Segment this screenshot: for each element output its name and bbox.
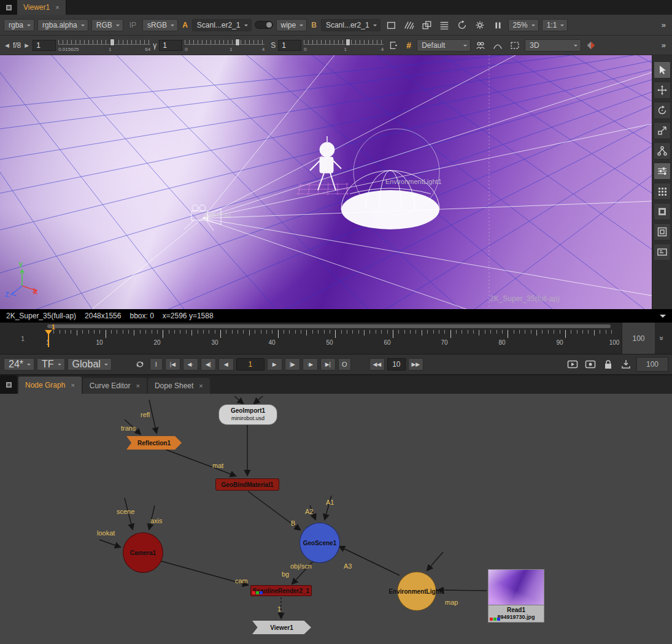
overlapping-squares-icon[interactable] [419, 18, 434, 32]
node-read1[interactable]: Read1 894919730.jpg [488, 569, 544, 623]
proxy-dropdown[interactable]: 1:1 [542, 19, 568, 31]
gamma-slider-handle[interactable] [235, 39, 240, 46]
gear-icon[interactable] [473, 18, 487, 32]
pause-icon[interactable] [490, 18, 505, 32]
scale-icon[interactable] [654, 122, 671, 139]
jump-forward-button[interactable]: ▶▶ [408, 358, 423, 370]
saturation-slider-track[interactable] [304, 40, 384, 45]
next-keyframe-button[interactable]: ·▶ [303, 358, 318, 370]
tf-dropdown[interactable]: TF [37, 358, 65, 370]
play-backward-button[interactable]: ◀ [218, 358, 234, 370]
marquee-icon[interactable] [508, 39, 522, 52]
tab-curve-editor[interactable]: Curve Editor × [83, 378, 147, 394]
lut-dropdown[interactable]: Default [417, 39, 471, 52]
node-viewer1[interactable]: Viewer1 [252, 621, 311, 634]
frame-increment-field[interactable]: 10 [387, 358, 406, 370]
toolbar-overflow-chevrons[interactable]: » [659, 20, 668, 29]
node-geobindmaterial1[interactable]: GeoBindMaterial1 [215, 478, 279, 491]
fstop-decrease-icon[interactable]: ◀ [4, 42, 10, 48]
view-mode-dropdown[interactable]: 3D [525, 39, 581, 52]
input-process-button[interactable]: IP [126, 19, 139, 31]
flipbook-play-icon[interactable] [565, 358, 580, 371]
tab-dope-sheet[interactable]: Dope Sheet × [148, 378, 210, 394]
range-end-field[interactable]: 100 [636, 357, 668, 372]
jump-back-button[interactable]: ◀◀ [369, 358, 385, 370]
loop-mode-icon[interactable] [133, 358, 147, 371]
close-icon[interactable]: × [55, 4, 59, 11]
square-outline-icon[interactable] [384, 18, 398, 32]
diagonal-stripes-icon[interactable] [401, 18, 416, 32]
axis-link-icon[interactable] [654, 142, 671, 159]
close-icon[interactable]: × [136, 382, 140, 389]
gain-slider-handle[interactable] [110, 39, 115, 46]
gain-slider[interactable]: 0.015625 1 64 [58, 37, 150, 54]
node-camera1[interactable]: Camera1 [123, 532, 163, 573]
ab-blend-slider[interactable] [255, 21, 273, 29]
frame-square-icon[interactable] [654, 223, 671, 240]
fps-dropdown[interactable]: 24* [4, 358, 34, 370]
alpha-channel-dropdown[interactable]: rgba.alpha [37, 19, 88, 31]
set-out-button[interactable]: O [338, 358, 351, 370]
timeline-expand-chevrons[interactable]: » [646, 332, 672, 345]
colorspace-dropdown[interactable]: sRGB [142, 19, 178, 31]
refresh-icon[interactable] [455, 18, 469, 32]
saturation-slider[interactable]: 0 1 4 [304, 37, 384, 54]
current-frame-field[interactable]: 1 [236, 358, 265, 370]
saturation-slider-handle[interactable] [346, 39, 350, 46]
capture-icon[interactable] [583, 358, 598, 371]
gain-input[interactable]: 1 [33, 40, 56, 51]
gamma-input[interactable]: 1 [159, 40, 182, 51]
translate-icon[interactable] [654, 82, 671, 99]
step-back-button[interactable]: ◀| [201, 358, 216, 370]
tab-viewer1[interactable]: Viewer1 × [17, 0, 66, 15]
node-graph-canvas[interactable]: GeoImport1 minirobot.usd Reflection1 Geo… [0, 394, 672, 644]
3d-viewport[interactable]: Camera1 EnvironmentLight1 2K_Super_35(fu… [0, 55, 652, 309]
channels-dropdown[interactable]: rgba [4, 19, 34, 31]
gain-slider-track[interactable] [58, 40, 150, 45]
prev-keyframe-button[interactable]: ◀· [183, 358, 198, 370]
timeline-playhead[interactable]: 1 [48, 328, 72, 350]
b-buffer-label[interactable]: B [310, 21, 318, 29]
step-forward-button[interactable]: |▶ [285, 358, 300, 370]
tab-node-graph[interactable]: Node Graph × [18, 377, 82, 394]
fstop-increase-icon[interactable]: ▶ [23, 42, 30, 48]
format-dropdown-icon[interactable] [660, 315, 666, 321]
node-environmentlight1[interactable]: EnvironmentLight1 [397, 572, 436, 611]
grid-hash-icon[interactable]: # [403, 40, 414, 50]
range-mode-dropdown[interactable]: Global [68, 358, 112, 370]
export-icon[interactable] [619, 358, 633, 371]
wipe-mode-dropdown[interactable]: wipe [276, 19, 307, 31]
sliders-icon[interactable] [654, 163, 671, 180]
timeline-ruler[interactable]: 1 10 20 30 40 50 60 70 80 90 100 1 [46, 323, 617, 354]
ab-blend-knob[interactable] [266, 22, 272, 28]
node-reflection1[interactable]: Reflection1 [126, 436, 182, 450]
cursor-icon[interactable] [654, 61, 671, 79]
play-forward-button[interactable]: ▶ [267, 358, 282, 370]
close-icon[interactable]: × [71, 381, 74, 389]
filled-square-icon[interactable] [654, 203, 671, 220]
close-icon[interactable]: × [199, 382, 203, 389]
zoom-dropdown[interactable]: 25% [508, 19, 539, 31]
curve-icon[interactable] [490, 39, 505, 52]
goto-end-button[interactable]: ▶| [320, 358, 336, 370]
a-buffer-label[interactable]: A [181, 21, 189, 29]
display-mode-dropdown[interactable]: RGB [91, 19, 123, 31]
set-in-button[interactable]: I [150, 358, 163, 370]
panel-grip[interactable] [0, 375, 17, 394]
gamma-slider-track[interactable] [185, 40, 265, 45]
timeline-scrollbar[interactable] [47, 324, 611, 328]
saturation-input[interactable]: 1 [278, 40, 301, 51]
node-geoscene1[interactable]: GeoScene1 [299, 523, 340, 563]
b-source-dropdown[interactable]: Scanl...er2_1 [321, 19, 380, 31]
a-source-dropdown[interactable]: Scanl...er2_1 [192, 19, 252, 31]
color-swatch-icon[interactable] [584, 39, 598, 52]
grid-icon[interactable] [654, 183, 671, 200]
roi-icon[interactable] [386, 39, 401, 52]
goto-start-button[interactable]: |◀ [165, 358, 180, 370]
horizontal-lines-icon[interactable] [437, 18, 452, 32]
node-scanlinerender2-1[interactable]: ScanlineRender2_1 [250, 585, 312, 596]
lock-icon[interactable] [601, 358, 616, 371]
gamma-slider[interactable]: 0 1 4 [185, 37, 265, 54]
panel-grip[interactable] [0, 0, 17, 15]
node-geoimport1[interactable]: GeoImport1 minirobot.usd [218, 404, 277, 425]
